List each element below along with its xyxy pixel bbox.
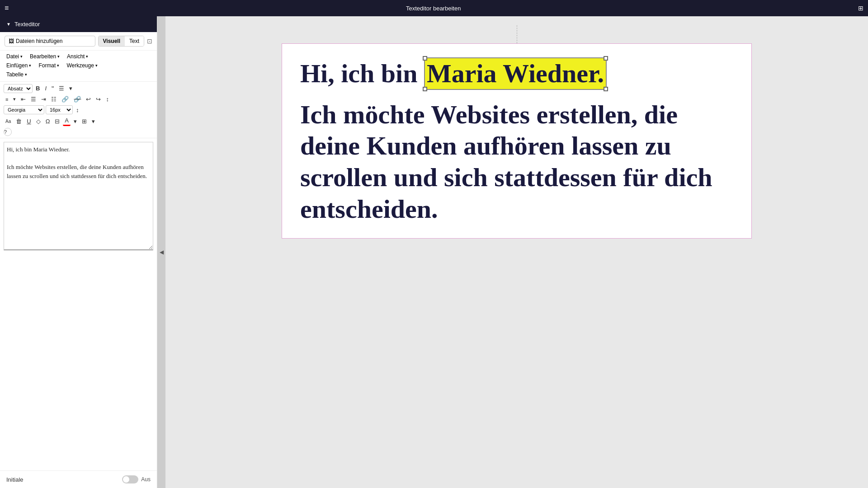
body-text: Ich möchte Websites erstellen, die deine… (300, 99, 733, 225)
tab-group: Visuell Text (98, 36, 144, 47)
topbar-title: Texteditor bearbeiten (14, 5, 853, 12)
hamburger-icon[interactable]: ≡ (5, 4, 9, 12)
undo-button[interactable]: ↩ (84, 95, 93, 103)
werkzeuge-arrow: ▾ (95, 63, 98, 68)
topbar: ≡ Texteditor bearbeiten ⊞ (0, 0, 868, 16)
toggle-knob (123, 476, 129, 483)
tab-text[interactable]: Text (125, 36, 144, 46)
sidebar-header: ▼ Texteditor (0, 16, 157, 32)
initiale-toggle[interactable] (122, 475, 138, 483)
highlight-button[interactable]: ◇ (34, 117, 42, 126)
sidebar-bottom: Initiale Aus (0, 470, 157, 488)
main-layout: ▼ Texteditor 🖼 Dateien hinzufügen Visuel… (0, 16, 868, 488)
section-title: Texteditor (14, 21, 40, 28)
expand-icon[interactable]: ⊡ (147, 38, 152, 45)
text-block[interactable]: Hi, ich bin Maria Wiedner. Ich möchte We… (282, 43, 752, 239)
handle-bottom-right[interactable] (604, 87, 608, 91)
handle-top-right[interactable] (604, 56, 608, 61)
canvas-area[interactable]: Hi, ich bin Maria Wiedner. Ich möchte We… (165, 16, 868, 488)
list-indent-button[interactable]: ≡ (4, 96, 10, 103)
toolbar-row-5: ? (4, 128, 153, 136)
paragraph-select[interactable]: Absatz (4, 84, 33, 93)
font-select[interactable]: Georgia (4, 105, 44, 114)
toolbar-row-4: Aa 🗑 U ◇ Ω ⊟ A ▾ ⊞ ▾ (4, 116, 153, 126)
grid-icon[interactable]: ⊞ (858, 5, 863, 12)
columns-button[interactable]: ⊟ (53, 117, 61, 126)
line-height-button[interactable]: ↕ (104, 95, 111, 103)
toolbar-row-2: ≡ ▾ ⇤ ☰ ⇥ ☷ 🔗 🔗 ↩ ↪ ↕ (4, 95, 153, 103)
menu-werkzeuge[interactable]: Werkzeuge ▾ (64, 61, 100, 70)
table-button[interactable]: ⊞ (80, 117, 89, 126)
bearbeiten-arrow: ▾ (57, 54, 60, 59)
align-right-button[interactable]: ⇥ (39, 95, 48, 103)
initiale-label: Initiale (6, 476, 24, 483)
bold-button[interactable]: B (34, 84, 42, 93)
menu-row-2: Einfügen ▾ Format ▾ Werkzeuge ▾ (4, 61, 153, 70)
text-editor-textarea[interactable]: Hi, ich bin Maria Wiedner. Ich möchte We… (4, 142, 153, 250)
underline-button[interactable]: U (25, 117, 33, 126)
toolbar-row-3: Georgia 16px ↕ (4, 105, 153, 114)
format-arrow: ▾ (57, 63, 59, 68)
table-arrow[interactable]: ▾ (90, 117, 97, 126)
menu-bearbeiten[interactable]: Bearbeiten ▾ (27, 52, 62, 61)
align-center-button[interactable]: ☰ (29, 95, 38, 103)
menu-format[interactable]: Format ▾ (36, 61, 62, 70)
sidebar-toolbar-row: 🖼 Dateien hinzufügen Visuell Text ⊡ (0, 32, 157, 51)
menu-ansicht[interactable]: Ansicht ▾ (64, 52, 91, 61)
delete-button[interactable]: 🗑 (14, 117, 24, 126)
tabelle-arrow: ▾ (25, 72, 27, 77)
handle-top-left[interactable] (423, 56, 427, 61)
format-toolbar: Absatz B I " ☰ ▾ ≡ ▾ ⇤ ☰ ⇥ ☷ 🔗 🔗 ↩ ↪ ↕ (0, 82, 157, 138)
menu-row-3: Tabelle ▾ (4, 70, 153, 79)
align-left-button[interactable]: ⇤ (19, 95, 28, 103)
align-justify-button[interactable]: ☷ (49, 95, 58, 103)
menu-einfuegen[interactable]: Einfügen ▾ (4, 61, 34, 70)
image-icon: 🖼 (9, 38, 14, 44)
ansicht-arrow: ▾ (86, 54, 88, 59)
blockquote-button[interactable]: " (50, 84, 56, 93)
toggle-label: Aus (141, 476, 151, 483)
format-extra-button[interactable]: Aa (4, 118, 13, 125)
heading-prefix: Hi, ich bin (300, 59, 424, 88)
add-files-label: Dateien hinzufügen (16, 38, 62, 44)
font-color-button[interactable]: A (63, 116, 71, 126)
tab-visuell[interactable]: Visuell (99, 36, 125, 46)
handle-bottom-left[interactable] (423, 87, 427, 91)
menu-datei[interactable]: Datei ▾ (4, 52, 25, 61)
italic-button[interactable]: I (43, 84, 48, 93)
line-height-button2[interactable]: ↕ (74, 106, 81, 114)
menu-tabelle[interactable]: Tabelle ▾ (4, 70, 30, 79)
add-files-button[interactable]: 🖼 Dateien hinzufügen (5, 36, 95, 47)
special-chars-button[interactable]: Ω (44, 117, 52, 126)
heading-line: Hi, ich bin Maria Wiedner. (300, 57, 733, 90)
einfuegen-arrow: ▾ (29, 63, 31, 68)
list-button[interactable]: ☰ (57, 84, 66, 93)
list-outdent-button[interactable]: ▾ (11, 95, 18, 103)
dotted-line (517, 25, 517, 43)
text-area-container: Hi, ich bin Maria Wiedner. Ich möchte We… (0, 138, 157, 470)
list-arrow-button[interactable]: ▾ (67, 84, 74, 93)
menu-row-1: Datei ▾ Bearbeiten ▾ Ansicht ▾ (4, 52, 153, 61)
link-button[interactable]: 🔗 (60, 95, 71, 103)
redo-button[interactable]: ↪ (94, 95, 103, 103)
highlighted-text: Maria Wiedner. (427, 59, 604, 88)
toolbar-row-1: Absatz B I " ☰ ▾ (4, 84, 153, 93)
highlighted-name: Maria Wiedner. (424, 57, 607, 90)
datei-arrow: ▾ (20, 54, 23, 59)
collapse-sidebar-button[interactable]: ◀ (157, 16, 165, 488)
toggle-container: Aus (122, 475, 151, 483)
unlink-button[interactable]: 🔗 (72, 95, 83, 103)
help-button[interactable]: ? (4, 128, 12, 136)
font-color-arrow[interactable]: ▾ (72, 117, 79, 126)
menu-bar: Datei ▾ Bearbeiten ▾ Ansicht ▾ Einfügen … (0, 51, 157, 82)
section-chevron[interactable]: ▼ (6, 22, 11, 27)
sidebar: ▼ Texteditor 🖼 Dateien hinzufügen Visuel… (0, 16, 157, 488)
size-select[interactable]: 16px (46, 105, 73, 114)
